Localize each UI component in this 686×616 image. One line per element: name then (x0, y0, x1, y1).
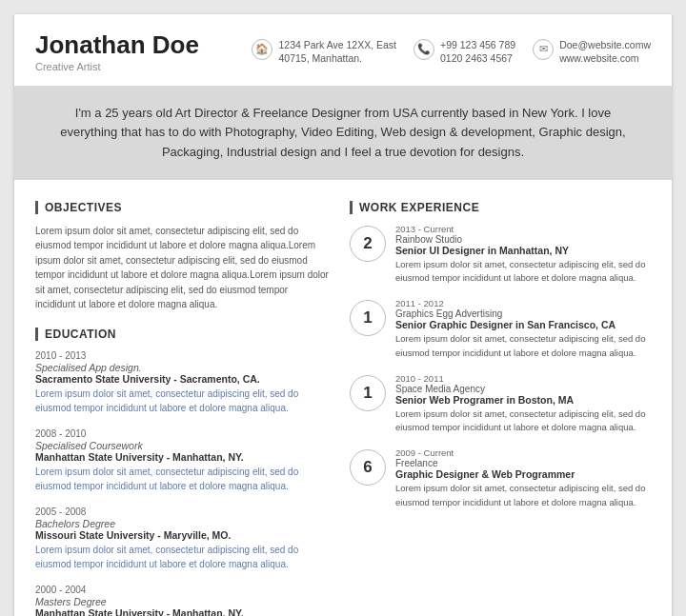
work-desc: Lorem ipsum dolor sit amet, consectetur … (395, 258, 651, 286)
education-entries: 2010 - 2013 Specialised App design. Sacr… (35, 350, 331, 616)
right-column: WORK EXPERIENCE 2 2013 - Current Rainbow… (350, 201, 651, 616)
edu-university: Manhattan State University - Manhattan, … (35, 607, 331, 616)
work-entry: 1 2011 - 2012 Graphics Egg Advertising S… (350, 298, 651, 360)
edu-desc: Lorem ipsum dolor sit amet, consectetur … (35, 387, 331, 415)
edu-university: Manhattan State University - Manhattan, … (35, 451, 331, 463)
education-entry: 2005 - 2008 Bachelors Degree Missouri St… (35, 507, 331, 571)
contact-info: 🏠 1234 Park Ave 12XX, East 40715, Manhat… (252, 38, 651, 66)
work-badge: 6 (350, 449, 386, 486)
education-entry: 2008 - 2010 Specialised Coursework Manha… (35, 428, 331, 493)
work-company: Rainbow Studio (395, 234, 651, 245)
work-entry: 2 2013 - Current Rainbow Studio Senior U… (350, 224, 651, 286)
work-role: Senior Graphic Designer in San Francisco… (395, 319, 651, 330)
work-years: 2011 - 2012 (395, 298, 651, 308)
education-entry: 2010 - 2013 Specialised App design. Sacr… (35, 350, 331, 415)
work-entry: 6 2009 - Current Freelance Graphic Desig… (350, 447, 651, 509)
education-title: EDUCATION (35, 328, 331, 341)
work-badge: 2 (350, 226, 386, 262)
work-entries: 2 2013 - Current Rainbow Studio Senior U… (350, 224, 651, 509)
job-title: Creative Artist (35, 61, 199, 72)
work-desc: Lorem ipsum dolor sit amet, consectetur … (395, 407, 651, 435)
edu-desc: Lorem ipsum dolor sit amet, consectetur … (35, 543, 331, 571)
header: Jonathan Doe Creative Artist 🏠 1234 Park… (14, 14, 672, 87)
work-desc: Lorem ipsum dolor sit amet, consectetur … (395, 482, 651, 509)
objectives-title: OBJECTIVES (35, 201, 331, 214)
edu-years: 2005 - 2008 (35, 507, 331, 517)
work-years: 2010 - 2011 (395, 373, 651, 384)
intro-text: I'm a 25 years old Art Director & Freela… (60, 106, 625, 160)
work-company: Graphics Egg Advertising (395, 308, 651, 319)
work-years: 2013 - Current (395, 224, 651, 234)
work-role: Senior UI Designer in Manhattan, NY (395, 245, 651, 256)
address-text: 1234 Park Ave 12XX, East 40715, Manhatta… (278, 38, 396, 66)
work-info: 2013 - Current Rainbow Studio Senior UI … (395, 224, 651, 286)
work-badge: 1 (350, 300, 386, 336)
work-years: 2009 - Current (395, 447, 651, 458)
edu-degree: Masters Degree (35, 596, 331, 607)
edu-degree: Specialised App design. (35, 362, 331, 373)
address-icon: 🏠 (252, 39, 272, 60)
full-name: Jonathan Doe (35, 31, 199, 59)
left-column: OBJECTIVES Lorem ipsum dolor sit amet, c… (35, 201, 331, 616)
edu-years: 2000 - 2004 (35, 585, 331, 595)
objectives-text: Lorem ipsum dolor sit amet, consectetur … (35, 224, 331, 312)
work-company: Space Media Agency (395, 384, 651, 394)
address-contact: 🏠 1234 Park Ave 12XX, East 40715, Manhat… (252, 38, 396, 66)
education-entry: 2000 - 2004 Masters Degree Manhattan Sta… (35, 585, 331, 616)
work-entry: 1 2010 - 2011 Space Media Agency Senior … (350, 373, 651, 435)
email-contact: ✉ Doe@website.comw www.website.com (533, 38, 651, 66)
edu-years: 2010 - 2013 (35, 350, 331, 361)
work-desc: Lorem ipsum dolor sit amet, consectetur … (395, 332, 651, 360)
edu-desc: Lorem ipsum dolor sit amet, consectetur … (35, 465, 331, 493)
phone-contact: 📞 +99 123 456 789 0120 2463 4567 (414, 38, 515, 66)
edu-degree: Specialised Coursework (35, 440, 331, 451)
edu-university: Missouri State University - Maryville, M… (35, 529, 331, 541)
resume-container: Jonathan Doe Creative Artist 🏠 1234 Park… (14, 14, 672, 616)
work-info: 2010 - 2011 Space Media Agency Senior We… (395, 373, 651, 435)
intro-band: I'm a 25 years old Art Director & Freela… (14, 87, 672, 180)
edu-degree: Bachelors Degree (35, 518, 331, 529)
name-block: Jonathan Doe Creative Artist (35, 31, 199, 72)
work-badge: 1 (350, 375, 386, 411)
phone-text: +99 123 456 789 0120 2463 4567 (440, 38, 515, 66)
edu-years: 2008 - 2010 (35, 428, 331, 439)
work-company: Freelance (395, 458, 651, 468)
email-text: Doe@website.comw www.website.com (559, 38, 651, 66)
body-section: OBJECTIVES Lorem ipsum dolor sit amet, c… (14, 180, 672, 616)
work-title: WORK EXPERIENCE (350, 201, 651, 214)
phone-icon: 📞 (414, 39, 434, 60)
work-role: Senior Web Programer in Boston, MA (395, 394, 651, 406)
work-info: 2011 - 2012 Graphics Egg Advertising Sen… (395, 298, 651, 360)
work-role: Graphic Designer & Web Programmer (395, 468, 651, 480)
email-icon: ✉ (533, 39, 554, 60)
work-info: 2009 - Current Freelance Graphic Designe… (395, 447, 651, 509)
edu-university: Sacramento State University - Sacramento… (35, 373, 331, 385)
